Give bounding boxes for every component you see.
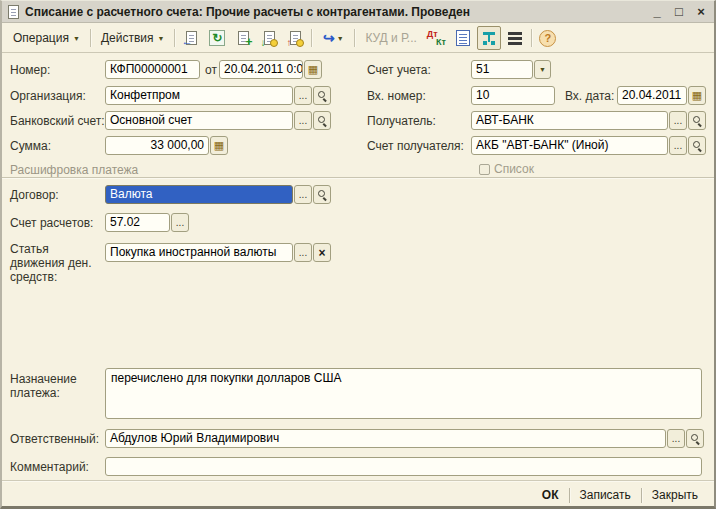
actions-label: Действия — [101, 31, 154, 45]
schet-raschetov-select-button[interactable]: ... — [171, 213, 189, 232]
statya-dds-select-button[interactable]: ... — [294, 243, 312, 262]
structure-toggle-button[interactable] — [477, 26, 501, 50]
summa-label: Сумма: — [10, 139, 51, 153]
summa-field[interactable]: 33 000,00 ▦ — [105, 136, 228, 155]
bank-account-field[interactable]: Основной счет ... — [105, 111, 331, 130]
ot-label: от — [205, 63, 217, 77]
dropdown-button[interactable]: ▼ — [534, 60, 551, 79]
checkbox-icon — [479, 164, 490, 175]
kud-label: КУД и Р... — [365, 31, 416, 45]
vh-nomer-label: Вх. номер: — [367, 89, 426, 103]
naznachenie-text: перечислено для покупки долларов США — [111, 371, 341, 385]
minimize-button[interactable]: _ — [650, 3, 664, 21]
help-button[interactable]: ? — [536, 26, 560, 50]
dogovor-field[interactable]: Валюта ... — [105, 185, 331, 204]
vh-data-field[interactable]: 20.04.2011 ▦ — [617, 86, 706, 105]
dogovor-open-button[interactable] — [313, 185, 331, 204]
actions-menu-button[interactable]: Действия ▼ — [94, 27, 172, 49]
nomer-label: Номер: — [10, 63, 50, 77]
dogovor-select-button[interactable]: ... — [294, 185, 312, 204]
ellipsis-icon: ... — [672, 433, 680, 444]
show-postings-button[interactable]: Дт Кт — [425, 26, 449, 50]
bank-account-select-button[interactable]: ... — [294, 111, 312, 130]
window-title: Списание с расчетного счета: Прочие расч… — [25, 5, 642, 19]
journal-icon — [456, 30, 470, 46]
chevron-down-icon: ▼ — [157, 35, 164, 42]
ok-button[interactable]: ОК — [532, 486, 569, 504]
kud-button-disabled: КУД и Р... — [358, 27, 423, 49]
org-field[interactable]: Конфетпром ... — [105, 86, 331, 105]
list-settings-button[interactable] — [503, 26, 527, 50]
calculator-button[interactable]: ▦ — [210, 136, 228, 155]
poluchatel-field[interactable]: АВТ-БАНК ... — [471, 111, 706, 130]
arrow-left-icon: ← — [181, 36, 192, 47]
bank-account-open-button[interactable] — [313, 111, 331, 130]
vh-nomer-field[interactable]: 10 — [471, 86, 555, 105]
schet-poluchatelya-select-button[interactable]: ... — [669, 136, 687, 155]
ellipsis-icon: ... — [299, 90, 307, 101]
document-date-field[interactable]: 20.04.2011 0:00:00 ▦ — [219, 60, 322, 79]
statya-dds-field[interactable]: Покупка иностранной валюты ... × — [105, 243, 331, 262]
journal-button[interactable] — [451, 26, 475, 50]
org-open-button[interactable] — [313, 86, 331, 105]
statya-dds-label: Статья движения ден. средств: — [10, 242, 105, 284]
schet-ucheta-combo[interactable]: 51 ▼ — [471, 60, 551, 79]
coin-icon — [296, 39, 304, 47]
schet-poluchatelya-open-button[interactable] — [688, 136, 706, 155]
org-label: Организация: — [10, 89, 86, 103]
footer-buttons: ОК Записать Закрыть — [532, 484, 708, 506]
calendar-icon: ▦ — [308, 63, 318, 76]
go-to-button[interactable]: ↪ ▼ — [316, 26, 350, 50]
copy-button[interactable]: + — [231, 26, 255, 50]
nomer-field[interactable]: КФП00000001 — [105, 60, 200, 79]
calendar-button[interactable]: ▦ — [304, 60, 322, 79]
ellipsis-icon: ... — [299, 247, 307, 258]
ellipsis-icon: ... — [299, 115, 307, 126]
toolbar-separator — [174, 29, 175, 47]
section-header: Расшифровка платежа — [10, 163, 138, 177]
naznachenie-textarea[interactable]: перечислено для покупки долларов США — [105, 368, 702, 419]
save-document-button[interactable]: ← — [179, 26, 203, 50]
toolbar-separator — [311, 29, 312, 47]
plus-icon: + — [245, 36, 252, 48]
calendar-button[interactable]: ▦ — [688, 86, 706, 105]
schet-poluchatelya-label: Счет получателя: — [367, 139, 464, 153]
footer-divider — [2, 480, 714, 481]
maximize-button[interactable]: □ — [672, 3, 686, 21]
magnifier-icon — [317, 115, 328, 126]
magnifier-icon — [317, 189, 328, 200]
org-select-button[interactable]: ... — [294, 86, 312, 105]
poluchatel-select-button[interactable]: ... — [669, 111, 687, 130]
post-document-button[interactable]: ↓ — [257, 26, 281, 50]
tree-structure-icon — [481, 30, 497, 46]
bank-account-label: Банковский счет: — [10, 114, 105, 128]
poluchatel-label: Получатель: — [367, 114, 436, 128]
help-icon: ? — [539, 30, 556, 47]
poluchatel-open-button[interactable] — [688, 111, 706, 130]
schet-raschetov-field[interactable]: 57.02 ... — [105, 213, 189, 232]
otvetstvennyy-select-button[interactable]: ... — [667, 429, 685, 448]
close-button[interactable]: × — [694, 3, 708, 21]
schet-raschetov-label: Счет расчетов: — [10, 216, 93, 230]
ellipsis-icon: ... — [299, 189, 307, 200]
kommentariy-label: Комментарий: — [10, 460, 89, 474]
dogovor-label: Договор: — [10, 188, 59, 202]
save-button[interactable]: Записать — [570, 486, 641, 504]
coin-icon — [270, 39, 278, 47]
refresh-button[interactable]: ↻ — [205, 26, 229, 50]
refresh-icon: ↻ — [209, 30, 225, 46]
schet-poluchatelya-field[interactable]: АКБ "АВТ-БАНК" (Иной) ... — [471, 136, 706, 155]
statya-dds-clear-button[interactable]: × — [313, 243, 331, 262]
kommentariy-field[interactable] — [105, 457, 702, 476]
toolbar-separator — [90, 29, 91, 47]
operation-menu-button[interactable]: Операция ▼ — [6, 27, 87, 49]
title-bar[interactable]: Списание с расчетного счета: Прочие расч… — [2, 1, 714, 23]
list-icon — [508, 31, 522, 45]
unpost-document-button[interactable]: ↑ — [283, 26, 307, 50]
close-form-button[interactable]: Закрыть — [642, 486, 708, 504]
otvetstvennyy-open-button[interactable] — [686, 429, 704, 448]
calculator-icon: ▦ — [214, 139, 224, 152]
document-form: Номер: КФП00000001 от 20.04.2011 0:00:00… — [2, 53, 714, 506]
chevron-down-icon: ▼ — [73, 35, 80, 42]
otvetstvennyy-field[interactable]: Абдулов Юрий Владимирович ... — [105, 429, 704, 448]
